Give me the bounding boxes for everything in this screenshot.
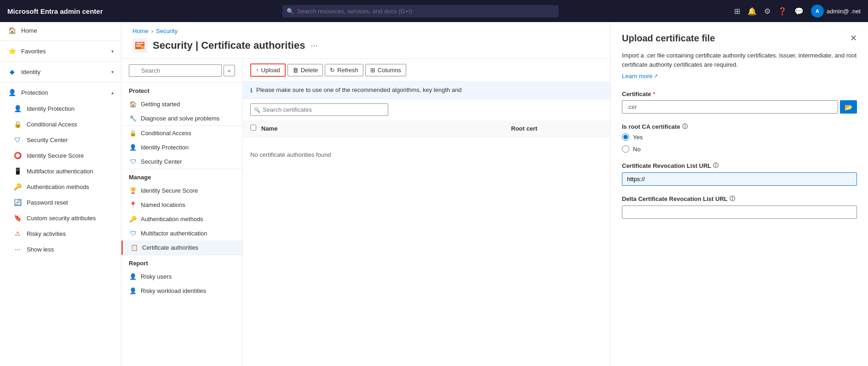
delta-crl-input[interactable] (622, 206, 857, 219)
left-nav-named-locations-label: Named locations (141, 201, 185, 208)
sidebar-item-favorites[interactable]: ⭐ Favorites ▾ (0, 43, 121, 59)
sidebar-item-home[interactable]: 🏠 Home (0, 22, 121, 39)
left-nav-auth-methods[interactable]: 🔑 Authentication methods (121, 212, 242, 226)
left-nav-getting-started[interactable]: 🏠 Getting started (121, 97, 242, 111)
sidebar-divider-2 (0, 61, 121, 62)
global-search-wrap: 🔍 (282, 5, 558, 17)
content-area: Home › Security Security | Certifica (121, 22, 868, 366)
identity-icon: ◆ (7, 68, 17, 75)
sidebar-item-auth-methods[interactable]: 🔑 Authentication methods (0, 179, 121, 194)
required-indicator: * (653, 91, 655, 97)
chevron-down-icon-identity: ▾ (111, 69, 114, 74)
collapse-nav-button[interactable]: « (224, 65, 235, 76)
sidebar-item-identity[interactable]: ◆ Identity ▾ (0, 63, 121, 80)
radio-yes-input[interactable] (622, 133, 629, 141)
left-nav-conditional-access[interactable]: 🔒 Conditional Access (121, 126, 242, 140)
left-nav-risky-workload[interactable]: 👤 Risky workload identities (121, 284, 242, 298)
breadcrumb-home[interactable]: Home (132, 28, 149, 34)
grid-icon[interactable]: ⊞ (734, 7, 740, 16)
nav-conditional-access-icon: 🔒 (129, 130, 137, 137)
svg-point-5 (141, 46, 144, 49)
more-options-icon[interactable]: ··· (310, 41, 317, 51)
cert-input[interactable] (622, 100, 838, 114)
topbar: Microsoft Entra admin center 🔍 ⊞ 🔔 ⚙ ❓ 💬… (0, 0, 868, 22)
protection-icon: 👤 (7, 89, 17, 96)
left-nav-identity-protection-label: Identity Protection (141, 144, 189, 151)
sidebar-home-label: Home (21, 27, 114, 34)
sidebar-item-mfa[interactable]: 📱 Multifactor authentication (0, 163, 121, 179)
left-nav-identity-secure-score-label: Identity Secure Score (141, 187, 198, 194)
columns-icon: ⊞ (370, 67, 375, 74)
sidebar-item-conditional-access[interactable]: 🔒 Conditional Access (0, 116, 121, 132)
info-bar-text: Please make sure to use one of the recom… (256, 86, 462, 93)
crl-input[interactable] (622, 172, 857, 186)
left-nav-security-center[interactable]: 🛡 Security Center (121, 154, 242, 169)
page-header: Security | Certificate authorities ··· (121, 34, 610, 59)
sidebar-item-security-center[interactable]: 🛡 Security Center (0, 132, 121, 148)
nav-auth-methods-icon: 🔑 (129, 216, 137, 223)
delete-button[interactable]: 🗑 Delete (287, 64, 323, 76)
global-search-input[interactable] (282, 5, 558, 17)
left-nav-search-input[interactable] (129, 64, 222, 77)
avatar: A (811, 5, 824, 17)
left-nav-cert-authorities[interactable]: 📋 Certificate authorities (121, 240, 242, 255)
browse-icon: 📂 (845, 103, 852, 111)
gear-icon[interactable]: ⚙ (764, 7, 770, 16)
nav-identity-secure-score-icon: 🏆 (129, 187, 137, 194)
left-nav-identity-secure-score[interactable]: 🏆 Identity Secure Score (121, 183, 242, 198)
nav-security-center-icon: 🛡 (129, 158, 137, 165)
sidebar-item-identity-protection[interactable]: 👤 Identity Protection (0, 101, 121, 116)
columns-button[interactable]: ⊞ Columns (365, 64, 406, 76)
nav-mfa-icon: 🛡 (129, 230, 137, 237)
radio-yes[interactable]: Yes (622, 133, 857, 141)
main-layout: 🏠 Home ⭐ Favorites ▾ ◆ Identity ▾ 👤 Prot… (0, 22, 868, 366)
left-nav-mfa[interactable]: 🛡 Multifactor authentication (121, 226, 242, 240)
side-panel-close-button[interactable]: ✕ (850, 33, 857, 43)
sidebar-item-identity-secure-score[interactable]: ⭕ Identity Secure Score (0, 148, 121, 163)
upload-button-label: Upload (261, 67, 280, 74)
refresh-icon: ↻ (330, 67, 335, 74)
search-certs-input[interactable] (250, 103, 388, 116)
sidebar-item-password-reset[interactable]: 🔄 Password reset (0, 194, 121, 210)
cert-browse-button[interactable]: 📂 (840, 100, 857, 114)
left-nav-risky-users[interactable]: 👤 Risky users (121, 269, 242, 284)
left-nav-conditional-access-label: Conditional Access (141, 130, 191, 137)
columns-button-label: Columns (378, 67, 401, 74)
identity-secure-score-icon: ⭕ (13, 152, 22, 159)
sidebar-protection-label: Protection (21, 89, 107, 96)
left-nav-cert-authorities-label: Certificate authorities (142, 244, 198, 251)
sidebar-sub-label-2: Conditional Access (27, 121, 77, 128)
breadcrumb-security[interactable]: Security (156, 28, 178, 34)
mfa-icon: 📱 (13, 167, 22, 175)
left-nav-diagnose[interactable]: 🔧 Diagnose and solve problems (121, 111, 242, 126)
learn-more-link[interactable]: Learn more ↗ (622, 73, 857, 80)
page-title: Security | Certificate authorities (153, 40, 305, 51)
user-account[interactable]: A admin@ .net (811, 5, 861, 17)
sidebar-item-risky-activities[interactable]: ⚠ Risky activities (0, 226, 121, 241)
left-nav-diagnose-label: Diagnose and solve problems (141, 115, 219, 122)
is-root-info-icon: ⓘ (682, 123, 688, 131)
feedback-icon[interactable]: 💬 (794, 7, 804, 16)
chevron-up-icon: ▴ (111, 90, 114, 95)
upload-button[interactable]: ↑ Upload (250, 63, 286, 77)
radio-no[interactable]: No (622, 145, 857, 153)
refresh-button[interactable]: ↻ Refresh (325, 64, 363, 76)
left-nav-search-wrap: 🔍 « (121, 59, 242, 82)
sidebar-item-custom-security[interactable]: 🔖 Custom security attributes (0, 210, 121, 226)
password-reset-icon: 🔄 (13, 199, 22, 206)
sidebar-item-show-less[interactable]: ··· Show less (0, 241, 121, 257)
radio-yes-label: Yes (633, 134, 643, 141)
sidebar-sub-label-6: Authentication methods (27, 183, 89, 190)
page-header-icon (132, 38, 147, 53)
cert-field-label: Certificate * (622, 91, 857, 97)
radio-no-input[interactable] (622, 145, 629, 153)
radio-no-label: No (633, 146, 641, 153)
select-all-checkbox[interactable] (250, 125, 256, 131)
sidebar-sub-label-5: Multifactor authentication (27, 168, 93, 175)
help-icon[interactable]: ❓ (778, 7, 787, 16)
left-nav-named-locations[interactable]: 📍 Named locations (121, 198, 242, 212)
left-nav-identity-protection[interactable]: 👤 Identity Protection (121, 140, 242, 154)
bell-icon[interactable]: 🔔 (747, 7, 757, 16)
crl-label: Certificate Revocation List URL ⓘ (622, 162, 857, 170)
sidebar-item-protection[interactable]: 👤 Protection ▴ (0, 84, 121, 101)
